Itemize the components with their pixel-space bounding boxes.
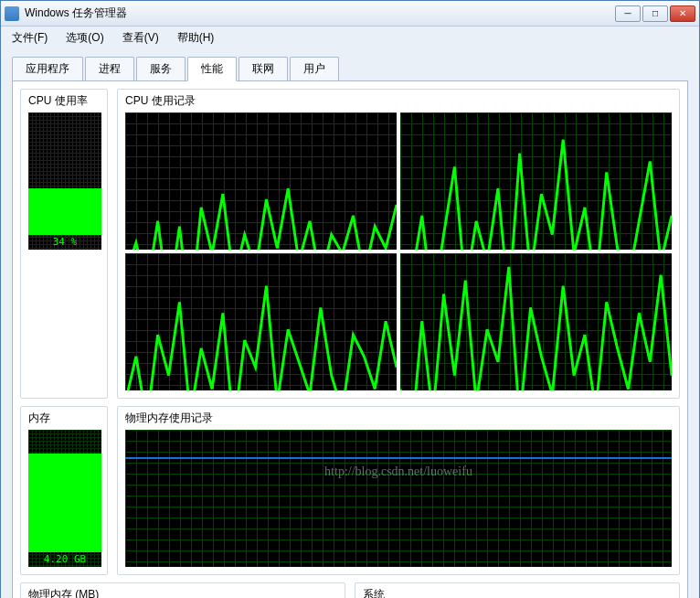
memory-chart: http://blog.csdn.net/luoweifu bbox=[125, 430, 672, 567]
cpu-chart-0 bbox=[125, 112, 397, 250]
cpu-gauge-value: 34 % bbox=[28, 236, 101, 248]
close-button[interactable]: ✕ bbox=[670, 5, 695, 22]
cpu-chart-1 bbox=[400, 112, 672, 250]
menu-options[interactable]: 选项(O) bbox=[62, 28, 107, 48]
memory-gauge: 4.20 GB bbox=[28, 430, 101, 567]
cpu-history-group: CPU 使用记录 bbox=[117, 89, 680, 399]
memory-history-group: 物理内存使用记录 http://blog.csdn.net/luoweifu bbox=[117, 406, 680, 575]
system-group: 系统 句柄数35869 线程数1436 进程数109 开机时间0:13:50:0… bbox=[355, 582, 680, 598]
memory-group: 内存 4.20 GB bbox=[20, 406, 108, 575]
tab-applications[interactable]: 应用程序 bbox=[12, 57, 83, 80]
tab-processes[interactable]: 进程 bbox=[85, 57, 134, 80]
menu-help[interactable]: 帮助(H) bbox=[174, 28, 218, 48]
tab-services[interactable]: 服务 bbox=[136, 57, 186, 80]
app-icon bbox=[5, 6, 19, 21]
menu-view[interactable]: 查看(V) bbox=[119, 28, 163, 48]
physical-memory-group: 物理内存 (MB) 总数5955 已缓存1688 可用1645 空闲14 bbox=[20, 582, 345, 598]
window-title: Windows 任务管理器 bbox=[25, 5, 615, 21]
watermark-text: http://blog.csdn.net/luoweifu bbox=[324, 465, 472, 479]
memory-label: 内存 bbox=[28, 411, 100, 426]
tab-performance[interactable]: 性能 bbox=[187, 57, 237, 81]
system-label: 系统 bbox=[363, 587, 672, 598]
performance-panel: CPU 使用率 34 % CPU 使用记录 内存 bbox=[12, 80, 688, 598]
titlebar: Windows 任务管理器 ─ □ ✕ bbox=[1, 1, 699, 27]
cpu-chart-3 bbox=[400, 253, 672, 390]
tab-strip: 应用程序 进程 服务 性能 联网 用户 bbox=[1, 49, 699, 80]
menubar: 文件(F) 选项(O) 查看(V) 帮助(H) bbox=[1, 27, 699, 49]
memory-history-label: 物理内存使用记录 bbox=[125, 411, 672, 426]
cpu-usage-group: CPU 使用率 34 % bbox=[20, 89, 108, 399]
cpu-charts bbox=[125, 112, 672, 390]
tab-networking[interactable]: 联网 bbox=[239, 57, 288, 80]
phys-mem-label: 物理内存 (MB) bbox=[28, 587, 337, 598]
minimize-button[interactable]: ─ bbox=[615, 5, 641, 22]
cpu-history-label: CPU 使用记录 bbox=[125, 93, 672, 109]
cpu-gauge: 34 % bbox=[28, 112, 101, 250]
cpu-usage-label: CPU 使用率 bbox=[28, 93, 100, 109]
maximize-button[interactable]: □ bbox=[642, 5, 668, 22]
cpu-chart-2 bbox=[125, 253, 397, 390]
tab-users[interactable]: 用户 bbox=[290, 57, 339, 80]
menu-file[interactable]: 文件(F) bbox=[8, 28, 51, 48]
memory-gauge-value: 4.20 GB bbox=[28, 553, 101, 565]
